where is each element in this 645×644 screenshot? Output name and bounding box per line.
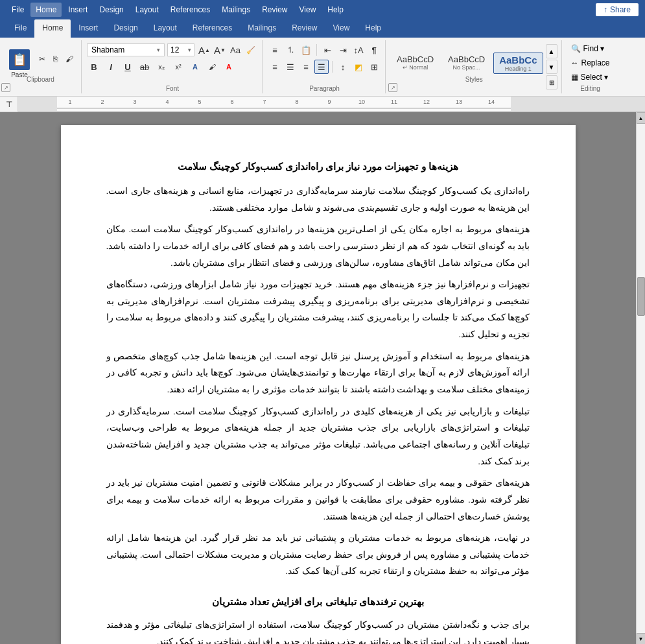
doc-para-5: تبلیغات و بازاریابی نیز یکی از هزینه‌های…	[106, 403, 530, 470]
ribbon-tabs: File Home Insert Design Layout Reference…	[0, 19, 645, 38]
style-heading1-preview: AaBbCc	[499, 54, 537, 66]
underline-button[interactable]: U	[121, 60, 135, 74]
style-item-heading1[interactable]: AaBbCc Heading 1	[493, 53, 543, 74]
document-page[interactable]: هزینه‌ها و تجهیزات مورد نیاز برای راه‌ان…	[61, 125, 576, 644]
copy-button[interactable]: ⎘	[51, 53, 60, 65]
font-decrease-button[interactable]: A▼	[213, 43, 227, 57]
menu-design[interactable]: Design	[94, 3, 128, 17]
style-scroll-down-button[interactable]: ▼	[546, 60, 557, 74]
tab-references[interactable]: References	[185, 19, 240, 38]
menu-help[interactable]: Help	[322, 3, 349, 17]
increase-indent-button[interactable]: ⇥	[336, 43, 350, 57]
cut-copy-format-row: ✂ ⎘ 🖌	[36, 53, 76, 65]
tab-file[interactable]: File	[6, 19, 34, 38]
paste-icon: 📋	[9, 49, 30, 70]
format-painter-button[interactable]: 🖌	[63, 53, 76, 65]
style-scroll-up-button[interactable]: ▲	[546, 44, 557, 58]
scroll-up-button[interactable]: ▲	[637, 112, 646, 124]
find-label: Find ▾	[583, 44, 605, 53]
select-button[interactable]: ▦ Select ▾	[569, 71, 611, 83]
svg-text:12: 12	[423, 99, 430, 105]
align-center-button[interactable]: ☰	[283, 60, 298, 74]
shading-button[interactable]: ◩	[351, 60, 366, 74]
numbering-button[interactable]: ⒈	[283, 43, 298, 57]
align-right-button[interactable]: ≡	[299, 60, 313, 74]
styles-expand-button[interactable]: ↗	[388, 83, 397, 92]
tab-view[interactable]: View	[325, 19, 358, 38]
svg-rect-2	[511, 97, 645, 112]
superscript-button[interactable]: x²	[171, 60, 185, 74]
title-bar-right: ↑ Share	[596, 3, 639, 16]
sort-button[interactable]: ↕A	[351, 43, 366, 57]
justify-button[interactable]: ☰	[314, 60, 329, 74]
text-highlight-button[interactable]: 🖌	[205, 60, 219, 74]
doc-para-8: برای جذب و نگه‌داشتن مشتریان در کسب‌وکار…	[106, 617, 530, 644]
tab-layout[interactable]: Layout	[146, 19, 185, 38]
vertical-scrollbar[interactable]: ▲ ▼	[636, 112, 645, 644]
tab-help[interactable]: Help	[357, 19, 389, 38]
font-size-controls: A▲ A▼ Aa 🧹	[197, 43, 258, 57]
svg-text:2: 2	[100, 99, 104, 105]
decrease-indent-button[interactable]: ⇤	[320, 43, 334, 57]
tab-mailings[interactable]: Mailings	[240, 19, 284, 38]
replace-button[interactable]: ↔ Replace	[569, 57, 613, 69]
borders-button[interactable]: ⊞	[367, 60, 381, 74]
scroll-track[interactable]	[637, 124, 646, 633]
subscript-button[interactable]: x₂	[154, 60, 169, 74]
scroll-down-button[interactable]: ▼	[637, 633, 646, 644]
style-item-nospace[interactable]: AaBbCcD No Spac...	[442, 53, 491, 74]
doc-para-2: هزینه‌های مربوط به اجاره مکان یکی از اصل…	[106, 221, 530, 271]
show-formatting-button[interactable]: ¶	[367, 43, 381, 57]
clipboard-expand-button[interactable]: ↗	[1, 83, 10, 92]
tab-review[interactable]: Review	[284, 19, 325, 38]
svg-rect-1	[18, 97, 57, 112]
font-color-button[interactable]: A	[222, 60, 236, 74]
menu-insert[interactable]: Insert	[63, 3, 93, 17]
select-icon: ▦	[571, 73, 578, 82]
font-increase-button[interactable]: A▲	[197, 43, 211, 57]
font-name-value: Shabnam	[91, 45, 124, 54]
menu-file[interactable]: File	[6, 3, 29, 17]
change-case-button[interactable]: Aa	[228, 43, 242, 57]
font-size-selector[interactable]: 12 ▾	[167, 43, 194, 56]
tab-insert[interactable]: Insert	[71, 19, 106, 38]
text-effects-button[interactable]: A	[188, 60, 202, 74]
tab-home[interactable]: Home	[34, 19, 71, 38]
editing-group-label: Editing	[563, 85, 618, 92]
multilevel-list-button[interactable]: 📋	[299, 43, 313, 57]
ruler-corner-button[interactable]: ⊤	[0, 97, 18, 112]
align-left-button[interactable]: ≡	[268, 60, 282, 74]
bullets-button[interactable]: ≡	[268, 43, 282, 57]
clipboard-sub: ✂ ⎘ 🖌	[36, 53, 76, 74]
ribbon: File Home Insert Design Layout Reference…	[0, 19, 645, 97]
strikethrough-button[interactable]: ab	[137, 60, 152, 74]
menu-home[interactable]: Home	[30, 3, 62, 17]
clear-formatting-button[interactable]: 🧹	[244, 43, 258, 57]
styles-group-label: Styles ↗	[387, 76, 561, 92]
share-button[interactable]: ↑ Share	[596, 3, 639, 16]
italic-button[interactable]: I	[104, 60, 118, 74]
doc-para-1: راه‌اندازی یک کسب‌وکار کوچینگ سلامت نیاز…	[106, 183, 530, 216]
svg-text:11: 11	[391, 99, 397, 105]
bold-button[interactable]: B	[87, 60, 101, 74]
tab-design[interactable]: Design	[106, 19, 145, 38]
menu-references[interactable]: References	[165, 3, 215, 17]
line-spacing-button[interactable]: ↕	[336, 60, 350, 74]
editing-group: 🔍 Find ▾ ↔ Replace ▦ Select ▾ Editing	[563, 40, 618, 93]
menu-mailings[interactable]: Mailings	[217, 3, 255, 17]
scroll-thumb[interactable]	[637, 277, 645, 316]
style-item-normal[interactable]: AaBbCcD ↵ Normal	[391, 53, 440, 74]
document-scroll[interactable]: هزینه‌ها و تجهیزات مورد نیاز برای راه‌ان…	[0, 112, 636, 644]
cut-button[interactable]: ✂	[36, 53, 48, 65]
menu-view[interactable]: View	[294, 3, 322, 17]
menu-layout[interactable]: Layout	[130, 3, 164, 17]
doc-para-3: تجهیزات و نرم‌افزارها نیز جزء هزینه‌های …	[106, 276, 530, 343]
font-name-selector[interactable]: Shabnam ▾	[87, 43, 165, 56]
menu-review[interactable]: Review	[257, 3, 292, 17]
style-heading1-label: Heading 1	[505, 66, 532, 72]
find-button[interactable]: 🔍 Find ▾	[569, 43, 607, 54]
select-label: Select ▾	[581, 73, 609, 82]
para-list-row: ≡ ⒈ 📋 ⇤ ⇥ ↕A ¶	[268, 43, 381, 57]
svg-text:14: 14	[488, 99, 495, 105]
doc-heading-1: هزینه‌ها و تجهیزات مورد نیاز برای راه‌ان…	[106, 158, 530, 175]
